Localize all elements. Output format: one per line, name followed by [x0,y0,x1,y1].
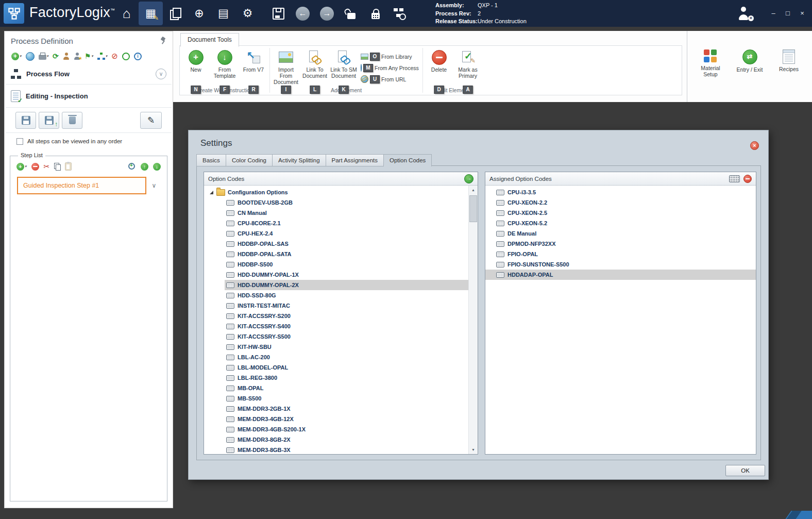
settings-tab[interactable]: Color Coding [226,154,273,166]
user-logout-icon[interactable]: × [737,7,751,20]
option-code-item[interactable]: LBL-MODEL-OPAL [225,362,469,373]
option-code-item[interactable]: HDDBP-OPAL-SATA [225,249,469,259]
mark-as-primary-button[interactable]: ✓✎ Mark as Primary A [454,47,482,87]
material-setup-button[interactable]: Material Setup [695,49,726,102]
close-button[interactable]: × [798,8,807,18]
settings-tab[interactable]: Basics [196,154,226,166]
delete-element-button[interactable]: Delete D [425,47,453,87]
option-code-item[interactable]: HDD-DUMMY-OPAL-1X [225,270,469,280]
option-code-item[interactable]: HDDBP-OPAL-SAS [225,239,469,249]
settings-tab[interactable]: Part Assignments [326,154,384,166]
option-code-item[interactable]: KIT-ACCSSRY-S200 [225,311,469,321]
news-icon[interactable]: ▤ [211,2,235,25]
from-template-button[interactable]: ↓ From Template F [211,47,239,87]
collapse-icon[interactable]: ∨ [156,69,166,79]
pin-icon[interactable] [160,37,166,44]
add-dropdown-icon[interactable]: +▾ [11,53,22,60]
chevron-down-icon[interactable]: ∨ [146,182,162,189]
from-any-process-button[interactable]: M From Any Process [361,63,418,72]
scroll-up-icon[interactable]: ▲ [469,186,478,194]
sync-icon[interactable]: ⟳ [53,52,59,60]
option-code-item[interactable]: LBL-AC-200 [225,352,469,362]
tree-root-row[interactable]: Configuration Options [204,187,469,197]
keyboard-entry-button[interactable] [729,175,740,182]
save-button[interactable] [15,112,36,129]
flag-dropdown-icon[interactable]: ⚑▾ [84,52,93,60]
cut-icon[interactable]: ✂ [44,162,50,171]
option-code-item[interactable]: CN Manual [225,208,469,218]
assigned-code-item[interactable]: CPU-XEON-2.5 [485,208,756,218]
settings-tab[interactable]: Option Codes [383,154,432,166]
move-down-icon[interactable]: ↓ [153,163,161,171]
tab-document-tools[interactable]: Document Tools [180,33,239,47]
option-code-item[interactable]: LBL-REG-3800 [225,373,469,383]
assigned-code-item[interactable]: FPIO-OPAL [485,249,756,259]
forward-icon[interactable]: → [315,2,339,25]
process-search-icon[interactable] [387,2,412,25]
entry-exit-button[interactable]: ⇄ Entry / Exit [734,49,766,102]
expander-icon[interactable] [210,191,213,194]
documents-icon[interactable] [163,2,187,25]
option-code-item[interactable]: MEM-DDR3-2GB-1X [225,404,469,414]
lock-keypad-icon[interactable] [363,2,387,25]
from-v7-button[interactable]: From V7 R [240,47,267,87]
assigned-code-item[interactable]: CPU-XEON-2.2 [485,197,756,208]
zoom-selection-icon[interactable] [128,163,136,171]
save-icon[interactable] [266,2,291,25]
from-library-button[interactable]: O From Library [361,52,418,61]
settings-tab[interactable]: Activity Splitting [272,154,326,166]
option-code-item[interactable]: KIT-ACCSSRY-S500 [225,331,469,342]
scroll-down-icon[interactable]: ▼ [469,445,478,454]
minimize-button[interactable]: – [769,8,778,18]
remove-step-icon[interactable] [31,163,39,171]
target-icon[interactable]: ⊕ [187,2,211,25]
link-to-document-button[interactable]: Link To Document L [301,47,329,87]
copy-icon[interactable] [54,163,60,170]
option-code-item[interactable]: HDD-DUMMY-OPAL-2X [225,280,469,290]
maximize-button[interactable]: □ [783,8,792,18]
dialog-close-icon[interactable]: × [750,141,759,150]
assigned-code-item[interactable]: DPMOD-NFP32XX [485,239,756,249]
step-item[interactable]: Guided Inspection Step #1 [17,177,146,194]
option-code-item[interactable]: HDDBP-S500 [225,259,469,270]
process-flow-item[interactable]: Process Flow ∨ [5,63,173,84]
assigned-code-item[interactable]: FPIO-SUNSTONE-S500 [485,259,756,270]
globe-icon[interactable] [26,52,35,61]
editing-item[interactable]: Editing - Inspection [5,85,173,107]
import-from-document-button[interactable]: Import From Document I [272,47,300,87]
info-icon[interactable]: i [134,53,142,60]
save-export-button[interactable]: ↑ [39,112,59,129]
work-instructions-icon[interactable]: ▦✎ [139,2,163,25]
option-code-item[interactable]: MEM-DDR3-4GB-12X [225,414,469,424]
assigned-code-item[interactable]: HDDADAP-OPAL [485,270,756,280]
gear-icon[interactable]: ⚙ [235,2,260,25]
add-step-dropdown-icon[interactable]: +▾ [16,163,27,171]
any-order-checkbox[interactable] [16,138,23,145]
option-code-item[interactable]: MB-S500 [225,393,469,404]
option-code-item[interactable]: HDD-SSD-80G [225,290,469,300]
ok-button[interactable]: OK [725,465,765,476]
org-tree-dropdown-icon[interactable]: ▾ [97,53,108,60]
record-icon[interactable] [122,53,130,60]
back-icon[interactable]: ← [291,2,315,25]
assigned-code-item[interactable]: DE Manual [485,228,756,239]
option-code-item[interactable]: INSTR-TEST-MITAC [225,300,469,311]
option-code-item[interactable]: KIT-HW-SBU [225,342,469,352]
paste-icon[interactable] [65,162,72,171]
option-code-item[interactable]: BOOTDEV-USB-2GB [225,197,469,208]
sign-edit-button[interactable]: ✎ [140,112,162,129]
print-dropdown-icon[interactable]: ▾ [39,53,49,60]
option-code-item[interactable]: MEM-DDR3-8GB-3X [225,445,469,454]
option-code-item[interactable]: KIT-ACCSSRY-S400 [225,321,469,331]
option-code-item[interactable]: CPU-8CORE-2.1 [225,218,469,228]
assign-option-code-button[interactable]: → [464,174,473,183]
block-icon[interactable]: ⊘ [111,52,118,61]
home-icon[interactable]: ⌂ [114,2,139,25]
option-code-item[interactable]: MEM-DDR3-4GB-S200-1X [225,424,469,434]
option-code-item[interactable]: MEM-DDR3-8GB-2X [225,434,469,445]
link-to-sm-document-button[interactable]: Link To SM Document K [330,47,358,87]
assigned-code-item[interactable]: CPU-i3-3.5 [485,187,756,197]
option-code-item[interactable]: MB-OPAL [225,383,469,393]
delete-button[interactable] [62,112,82,129]
assigned-code-item[interactable]: CPU-XEON-5.2 [485,218,756,228]
